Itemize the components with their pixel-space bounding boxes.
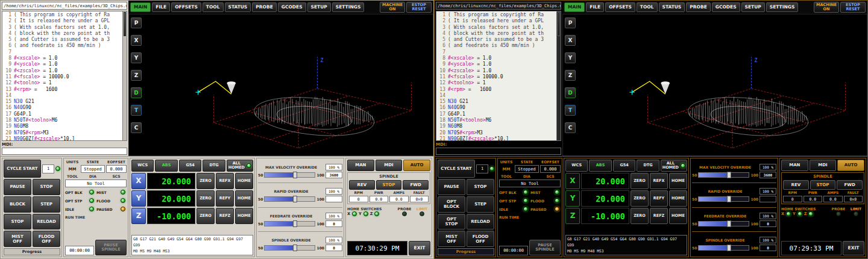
refx-button[interactable]: REFX: [650, 173, 668, 189]
toolpath-3d-view[interactable]: Z: [129, 14, 433, 155]
menu-file[interactable]: FILE: [586, 2, 604, 12]
toolpath-preview-area[interactable]: P X Y Z D T C: [562, 14, 867, 156]
file-path-bar[interactable]: /home/chris/linuxcnc/nc_files/examples/3…: [436, 2, 561, 10]
mdi-mode-button[interactable]: MDI: [376, 160, 403, 171]
view-y-button[interactable]: Y: [565, 52, 576, 63]
mist-off-button[interactable]: MIST OFF: [438, 231, 465, 247]
axis-y-button[interactable]: Y: [131, 190, 146, 207]
view-clear-button[interactable]: C: [565, 122, 576, 133]
cycle-start-counter[interactable]: 1: [476, 164, 488, 173]
menu-tool[interactable]: TOOL: [637, 2, 658, 12]
spindle-fwd-button[interactable]: FWD: [837, 180, 863, 190]
menu-file[interactable]: FILE: [152, 2, 170, 12]
gcode-listing[interactable]: 1( This program is copyright of Ra 2( It…: [2, 11, 127, 141]
all-homed-button[interactable]: ALL HOMED: [227, 160, 253, 172]
feedrate-override-slider[interactable]: [264, 221, 315, 226]
menu-probe[interactable]: PROBE: [686, 2, 711, 12]
spindle-override-slider[interactable]: [264, 245, 315, 251]
abs-button[interactable]: ABS: [589, 160, 611, 172]
dtg-button[interactable]: DTG: [203, 160, 225, 172]
slider-handle[interactable]: [727, 245, 731, 251]
axis-z-button[interactable]: Z: [131, 208, 146, 224]
file-path-bar[interactable]: /home/chris/linuxcnc/nc_files/examples/3…: [2, 2, 127, 10]
feedrate-override-slider[interactable]: [698, 221, 749, 226]
auto-mode-button[interactable]: AUTO: [403, 160, 430, 171]
view-dimensions-button[interactable]: D: [565, 87, 576, 98]
toolpath-3d-view[interactable]: Z: [563, 14, 867, 155]
zero-y-button[interactable]: ZERO: [631, 190, 649, 207]
slider-handle[interactable]: [293, 245, 297, 251]
gcode-listing[interactable]: 1( This program is copyright of Ra 2( It…: [436, 11, 561, 141]
spindle-stop-button[interactable]: STOP: [376, 180, 402, 190]
stop-button[interactable]: STOP: [467, 179, 494, 195]
abs-button[interactable]: ABS: [155, 160, 177, 172]
menu-status[interactable]: STATUS: [659, 2, 685, 12]
refz-button[interactable]: REFZ: [650, 208, 668, 224]
flood-off-button[interactable]: FLOOD OFF: [33, 231, 60, 247]
g54-button[interactable]: G54: [613, 160, 635, 172]
home-y-button[interactable]: HOME: [235, 190, 253, 207]
machine-on-button[interactable]: MACHINE ON: [814, 2, 839, 13]
menu-status[interactable]: STATUS: [225, 2, 251, 12]
menu-settings[interactable]: SETTINGS: [332, 2, 365, 12]
opt-block-button[interactable]: OPT BLOCK: [438, 196, 465, 213]
max-velocity-slider[interactable]: [264, 172, 315, 178]
step-button[interactable]: STEP: [33, 196, 60, 213]
gcode-scrollbar[interactable]: [556, 11, 561, 140]
pause-button[interactable]: PAUSE: [4, 179, 31, 195]
view-tool-button[interactable]: T: [131, 105, 142, 116]
flood-off-button[interactable]: FLOOD OFF: [467, 231, 494, 247]
scrollbar-thumb[interactable]: [124, 12, 126, 36]
menu-offsets[interactable]: OFFSETS: [171, 2, 201, 12]
view-perspective-button[interactable]: P: [131, 17, 142, 28]
view-x-button[interactable]: X: [131, 35, 142, 46]
slider-handle[interactable]: [727, 172, 731, 178]
home-x-button[interactable]: HOME: [235, 173, 253, 189]
slider-handle[interactable]: [293, 196, 297, 202]
step-button[interactable]: STEP: [467, 196, 494, 213]
slider-handle[interactable]: [293, 172, 297, 178]
gcode-scrollbar[interactable]: [122, 11, 127, 140]
dtg-button[interactable]: DTG: [637, 160, 659, 172]
menu-main[interactable]: MAIN: [564, 2, 585, 12]
menu-tool[interactable]: TOOL: [203, 2, 224, 12]
man-mode-button[interactable]: MAN: [781, 160, 808, 171]
wcs-button[interactable]: WCS: [131, 160, 154, 172]
zero-z-button[interactable]: ZERO: [197, 208, 215, 224]
zero-y-button[interactable]: ZERO: [197, 190, 215, 207]
axis-x-button[interactable]: X: [131, 173, 146, 189]
wcs-button[interactable]: WCS: [565, 160, 588, 172]
menu-setup[interactable]: SETUP: [741, 2, 765, 12]
spindle-fwd-button[interactable]: FWD: [403, 180, 429, 190]
refy-button[interactable]: REFY: [216, 190, 234, 207]
estop-reset-button[interactable]: ESTOP RESET: [840, 2, 866, 13]
axis-x-button[interactable]: X: [565, 173, 580, 189]
home-z-button[interactable]: HOME: [235, 208, 253, 224]
spindle-override-slider[interactable]: [698, 245, 749, 251]
axis-y-button[interactable]: Y: [565, 190, 580, 207]
refx-button[interactable]: REFX: [216, 173, 234, 189]
view-perspective-button[interactable]: P: [565, 17, 576, 28]
mdi-input[interactable]: [2, 148, 127, 155]
menu-probe[interactable]: PROBE: [252, 2, 277, 12]
view-x-button[interactable]: X: [565, 35, 576, 46]
rapid-override-slider[interactable]: [264, 196, 315, 202]
pause-spindle-button[interactable]: PAUSE SPINDLE: [529, 240, 561, 255]
view-z-button[interactable]: Z: [565, 70, 576, 81]
opt-stop-button[interactable]: OPT STOP: [438, 214, 465, 230]
reload-button[interactable]: RELOAD: [467, 214, 494, 230]
slider-handle[interactable]: [727, 196, 731, 202]
spindle-stop-button[interactable]: STOP: [810, 180, 836, 190]
pause-spindle-button[interactable]: PAUSE SPINDLE: [95, 240, 127, 255]
exit-button[interactable]: EXIT: [843, 241, 864, 255]
cycle-start-counter[interactable]: 1: [42, 164, 54, 173]
slider-handle[interactable]: [293, 220, 297, 227]
rapid-override-slider[interactable]: [698, 196, 749, 202]
exit-button[interactable]: EXIT: [409, 241, 430, 255]
slider-handle[interactable]: [727, 220, 731, 227]
mdi-input[interactable]: [436, 148, 561, 155]
menu-gcodes[interactable]: GCODES: [712, 2, 740, 12]
view-clear-button[interactable]: C: [131, 122, 142, 133]
cycle-start-button[interactable]: CYCLE START: [438, 160, 475, 178]
view-dimensions-button[interactable]: D: [131, 87, 142, 98]
